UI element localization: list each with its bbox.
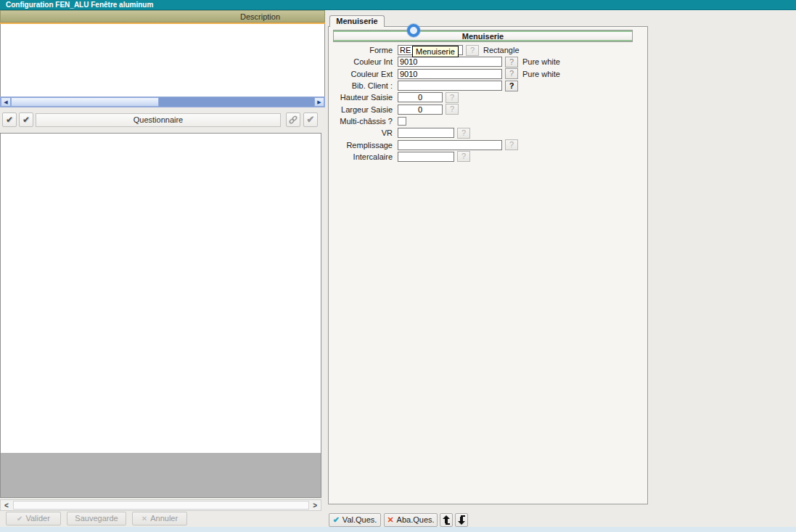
scrollbar-thumb[interactable] [13,501,309,510]
remplissage-input[interactable] [398,140,502,150]
forme-label: Forme [328,46,398,54]
hauteur-saisie-label: Hauteur Saisie [328,93,398,102]
scroll-left-arrow-icon[interactable]: < [4,501,9,510]
form-row-couleur-ext: Couleur Ext ? Pure white [328,68,648,80]
valider-label: Valider [25,514,49,523]
largeur-saisie-help-button[interactable]: ? [446,104,459,115]
form-row-vr: VR ? [328,127,648,139]
validate-all-button[interactable]: ✔ [2,112,17,127]
couleur-ext-input[interactable] [398,69,502,79]
remplissage-help-button[interactable]: ? [505,139,518,150]
bib-client-input[interactable] [398,81,502,91]
window-title: Configuration FEN_ALU Fenêtre aluminum [6,1,153,9]
scroll-left-arrow-icon[interactable]: ◀ [1,97,11,107]
move-up-button[interactable] [440,513,453,527]
largeur-saisie-input[interactable] [398,105,443,115]
questionnaire-footer-block [1,453,321,497]
check-icon: ✔ [17,515,22,523]
questionnaire-content-area[interactable] [0,133,321,498]
form-row-hauteur-saisie: Hauteur Saisie ? [328,91,648,103]
scroll-right-arrow-icon[interactable]: > [313,501,317,510]
questionnaire-horizontal-scrollbar[interactable]: < > [0,499,321,511]
couleur-ext-label: Couleur Ext [328,70,398,78]
couleur-ext-help-button[interactable]: ? [505,68,518,79]
form-row-intercalaire: Intercalaire ? [328,151,648,163]
menuiserie-section-title: Menuiserie [462,32,504,41]
intercalaire-label: Intercalaire [328,152,398,161]
couleur-int-label: Couleur Int [328,57,398,66]
form-row-bib-client: Bib. Client : ? [328,80,648,91]
window-title-bar: Configuration FEN_ALU Fenêtre aluminum [0,0,796,10]
forme-tooltip-text: Menuiserie [416,47,455,56]
form-row-couleur-int: Couleur Int ? Pure white [328,56,648,67]
remplissage-label: Remplissage [328,141,398,150]
check-box-icon: ✔ [6,115,13,125]
menuiserie-form: Forme ? Rectangle Couleur Int ? Pure whi… [328,44,648,163]
intercalaire-input[interactable] [398,152,454,162]
questionnaire-header: Questionnaire [36,113,281,127]
check-box-icon: ✔ [22,115,30,125]
hauteur-saisie-help-button[interactable]: ? [446,92,459,103]
form-row-forme: Forme ? Rectangle [328,44,648,56]
link-button[interactable] [286,112,300,127]
aba-ques-button[interactable]: ✕Aba.Ques. [384,513,438,527]
sauvegarde-button[interactable]: Sauvegarde [67,512,126,525]
scroll-right-arrow-icon[interactable]: ▶ [314,97,324,107]
confirm-button[interactable]: ✔ [303,112,318,127]
tab-menuiserie-label: Menuiserie [336,17,377,25]
questionnaire-header-label: Questionnaire [134,115,184,124]
valider-button[interactable]: ✔Valider [6,512,61,525]
bib-client-label: Bib. Client : [328,81,398,90]
forme-tooltip: Menuiserie [412,46,459,57]
up-arrow-icon [442,517,451,526]
form-row-remplissage: Remplissage ? [328,139,648,150]
cross-icon: ✕ [387,515,393,524]
check-icon: ✔ [307,114,315,125]
multi-chassis-label: Multi-châssis ? [328,117,398,126]
validate-all-2-button[interactable]: ✔ [19,112,33,127]
couleur-int-description: Pure white [522,57,560,66]
couleur-int-help-button[interactable]: ? [505,57,518,67]
description-horizontal-scrollbar[interactable]: ◀ ▶ [0,97,325,107]
busy-cursor-ring-icon [407,24,420,37]
description-list-area[interactable] [0,24,325,97]
menuiserie-section-header: Menuiserie [333,30,633,42]
description-column-label: Description [240,12,280,21]
vr-label: VR [328,128,398,137]
vr-input[interactable] [398,128,454,138]
form-row-largeur-saisie: Largeur Saisie ? [328,103,648,115]
description-column-header[interactable]: Description [0,10,325,22]
down-arrow-icon [457,517,466,526]
link-icon [288,118,298,126]
aba-ques-label: Aba.Ques. [397,515,435,524]
multi-chassis-checkbox[interactable] [398,117,406,126]
largeur-saisie-label: Largeur Saisie [328,105,398,114]
hauteur-saisie-input[interactable] [398,92,443,102]
bottom-status-strip [0,527,796,532]
annuler-label: Annuler [150,514,178,523]
form-row-multi-chassis: Multi-châssis ? [328,115,648,127]
intercalaire-help-button[interactable]: ? [457,151,470,162]
annuler-button[interactable]: ✕Annuler [132,512,187,525]
forme-description: Rectangle [483,46,520,54]
vr-help-button[interactable]: ? [457,128,470,139]
tab-menuiserie[interactable]: Menuiserie [329,15,385,27]
val-ques-label: Val.Ques. [342,515,377,524]
sauvegarde-label: Sauvegarde [75,514,118,523]
forme-help-button[interactable]: ? [466,45,479,56]
scrollbar-thumb[interactable] [11,97,159,107]
move-down-button[interactable] [455,513,468,527]
check-icon: ✔ [333,515,340,524]
val-ques-button[interactable]: ✔Val.Ques. [329,513,381,527]
bib-client-help-button[interactable]: ? [505,81,518,91]
cross-icon: ✕ [141,515,147,523]
couleur-ext-description: Pure white [522,70,560,78]
couleur-int-input[interactable] [398,57,502,67]
